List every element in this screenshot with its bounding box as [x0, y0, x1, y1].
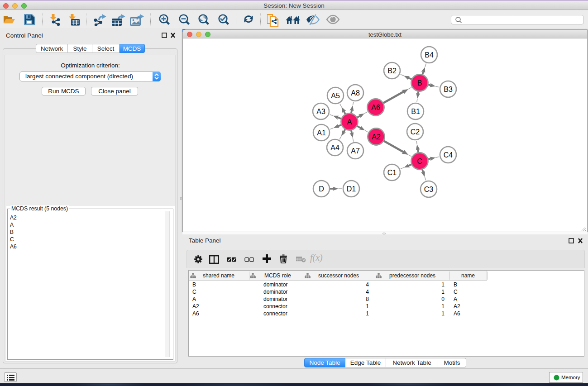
svg-text:B2: B2	[387, 67, 397, 75]
svg-text:C2: C2	[411, 128, 420, 136]
svg-text:D: D	[319, 185, 324, 193]
svg-text:B3: B3	[444, 86, 453, 93]
svg-text:A3: A3	[316, 108, 325, 115]
svg-text:A8: A8	[351, 89, 360, 97]
svg-text:A1: A1	[317, 129, 326, 137]
svg-text:B1: B1	[411, 108, 420, 115]
svg-text:A2: A2	[372, 133, 381, 141]
svg-text:C3: C3	[424, 186, 434, 193]
svg-text:B4: B4	[425, 51, 434, 59]
svg-text:A4: A4	[330, 144, 339, 152]
svg-text:A5: A5	[331, 92, 340, 100]
svg-text:A7: A7	[351, 147, 360, 155]
svg-text:A: A	[347, 118, 352, 126]
svg-text:C: C	[417, 157, 422, 165]
svg-text:A6: A6	[371, 104, 380, 111]
svg-text:B: B	[417, 79, 422, 87]
svg-text:C4: C4	[444, 151, 453, 159]
svg-text:C1: C1	[387, 169, 397, 176]
svg-text:D1: D1	[347, 185, 356, 193]
